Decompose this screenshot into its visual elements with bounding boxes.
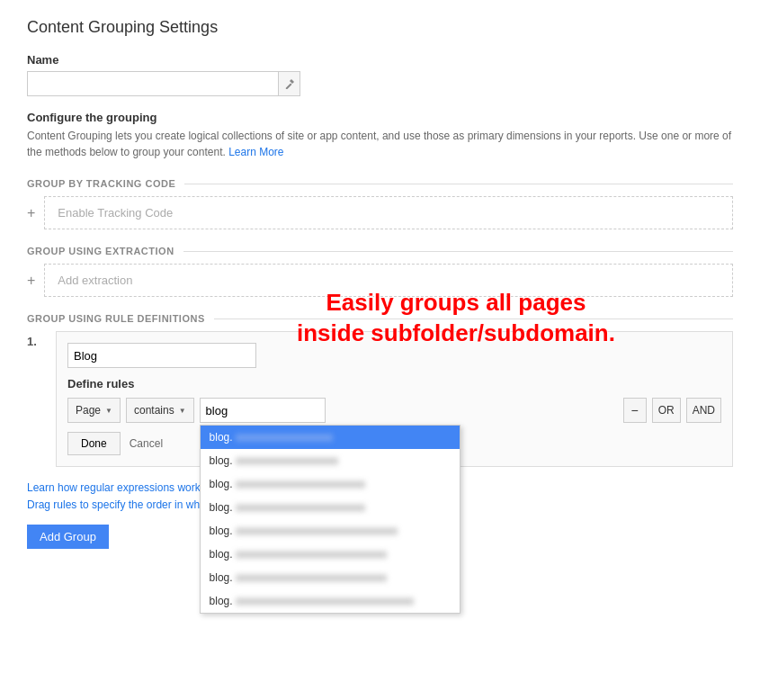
done-button[interactable]: Done	[67, 432, 121, 455]
extraction-add-row: + Add extraction	[27, 264, 733, 297]
group-extraction-line	[183, 251, 733, 252]
group-rule-label: GROUP USING RULE DEFINITIONS	[27, 313, 205, 324]
configure-section: Configure the grouping Content Grouping …	[27, 111, 733, 160]
define-rules-label: Define rules	[67, 377, 721, 390]
extraction-plus[interactable]: +	[27, 273, 35, 289]
rule-value-input[interactable]	[200, 398, 326, 423]
cancel-button[interactable]: Cancel	[130, 437, 163, 450]
or-button[interactable]: OR	[652, 398, 681, 423]
name-input[interactable]	[27, 71, 279, 96]
tracking-plus[interactable]: +	[27, 205, 35, 221]
page-title: Content Grouping Settings	[27, 18, 733, 37]
learn-more-link[interactable]: Learn More	[228, 146, 283, 158]
configure-title: Configure the grouping	[27, 111, 733, 124]
group-rule-section: GROUP USING RULE DEFINITIONS 1. Define r…	[27, 313, 733, 467]
rule-box: Define rules Page ▼ contains ▼	[56, 331, 733, 467]
remove-rule-button[interactable]: −	[623, 398, 647, 423]
autocomplete-item[interactable]: blog. xxxxxxxxxxxxxxxxxxxxxxxx	[201, 496, 460, 519]
group-rule-line	[214, 319, 733, 319]
condition-dropdown-arrow: ▼	[179, 407, 186, 415]
configure-description: Content Grouping lets you create logical…	[27, 128, 733, 160]
autocomplete-item[interactable]: blog. xxxxxxxxxxxxxxxxxxxxxxxxxxxx	[201, 566, 460, 589]
group-tracking-header: GROUP BY TRACKING CODE	[27, 178, 733, 189]
group-extraction-header: GROUP USING EXTRACTION	[27, 246, 733, 256]
group-tracking-label: GROUP BY TRACKING CODE	[27, 178, 175, 189]
autocomplete-item[interactable]: blog. xxxxxxxxxxxxxxxxxxxxxxxxxxxxxxxxx	[201, 589, 460, 613]
autocomplete-item[interactable]: blog. xxxxxxxxxxxxxxxxxxx	[201, 449, 460, 472]
autocomplete-item[interactable]: blog. xxxxxxxxxxxxxxxxxxxxxxxxxxxx	[201, 543, 460, 566]
svg-marker-1	[290, 79, 294, 84]
autocomplete-item[interactable]: blog. xxxxxxxxxxxxxxxxxx	[201, 426, 460, 449]
field-dropdown[interactable]: Page ▼	[67, 398, 121, 423]
name-input-icon[interactable]	[279, 71, 300, 96]
rule-row: 1. Define rules Page ▼ contains ▼	[27, 331, 733, 467]
and-button[interactable]: AND	[686, 398, 721, 423]
tracking-dashed-box[interactable]: Enable Tracking Code	[44, 196, 733, 229]
tracking-add-row: + Enable Tracking Code	[27, 196, 733, 229]
field-dropdown-arrow: ▼	[105, 407, 112, 415]
svg-rect-0	[285, 83, 291, 89]
add-group-button[interactable]: Add Group	[27, 525, 109, 549]
autocomplete-dropdown: blog. xxxxxxxxxxxxxxxxxx blog. xxxxxxxxx…	[200, 425, 460, 614]
rule-number: 1.	[27, 331, 49, 348]
extraction-dashed-box[interactable]: Add extraction	[44, 264, 733, 297]
condition-dropdown[interactable]: contains ▼	[126, 398, 194, 423]
group-extraction-label: GROUP USING EXTRACTION	[27, 246, 174, 256]
name-label: Name	[27, 53, 733, 67]
rule-name-input[interactable]	[67, 343, 256, 368]
autocomplete-item[interactable]: blog. xxxxxxxxxxxxxxxxxxxxxxxxxxxxxx	[201, 519, 460, 543]
rule-controls: Page ▼ contains ▼ blog.	[67, 398, 721, 423]
group-tracking-line	[184, 184, 733, 184]
group-rule-header: GROUP USING RULE DEFINITIONS	[27, 313, 733, 324]
pencil-icon	[284, 78, 295, 89]
value-input-container: blog. xxxxxxxxxxxxxxxxxx blog. xxxxxxxxx…	[200, 398, 326, 423]
autocomplete-item[interactable]: blog. xxxxxxxxxxxxxxxxxxxxxxxx	[201, 472, 460, 496]
